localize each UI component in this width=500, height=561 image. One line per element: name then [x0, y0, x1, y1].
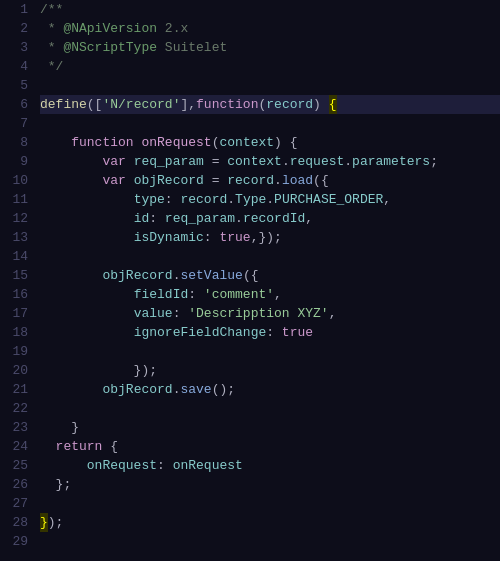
- code-token: .: [227, 190, 235, 209]
- code-token: onRequest: [141, 133, 211, 152]
- ln-19: 19: [6, 342, 28, 361]
- ln-16: 16: [6, 285, 28, 304]
- ln-8: 8: [6, 133, 28, 152]
- code-line-11: type: record.Type.PURCHASE_ORDER,: [40, 190, 500, 209]
- code-token: id: [134, 209, 150, 228]
- code-token: }: [40, 513, 48, 532]
- code-line-3: * @NScriptType Suitelet: [40, 38, 500, 57]
- ln-17: 17: [6, 304, 28, 323]
- ln-23: 23: [6, 418, 28, 437]
- code-token: ) {: [274, 133, 297, 152]
- code-token: function: [196, 95, 258, 114]
- code-token: .: [344, 152, 352, 171]
- ln-2: 2: [6, 19, 28, 38]
- code-token: (: [258, 95, 266, 114]
- code-token: ,: [383, 190, 391, 209]
- code-token: =: [204, 152, 227, 171]
- code-token: );: [48, 513, 64, 532]
- code-token: *: [40, 38, 63, 57]
- code-token: ([: [87, 95, 103, 114]
- code-token: onRequest: [87, 456, 157, 475]
- code-line-23: }: [40, 418, 500, 437]
- code-token: @NScriptType: [63, 38, 157, 57]
- code-token: ,: [329, 304, 337, 323]
- code-line-29: [40, 532, 500, 551]
- code-token: 'comment': [204, 285, 274, 304]
- code-line-13: isDynamic: true,});: [40, 228, 500, 247]
- code-token: var: [102, 152, 125, 171]
- code-token: [40, 133, 71, 152]
- code-token: [40, 266, 102, 285]
- ln-3: 3: [6, 38, 28, 57]
- code-token: ,});: [251, 228, 282, 247]
- code-token: req_param: [165, 209, 235, 228]
- code-token: */: [40, 57, 63, 76]
- code-token: record: [180, 190, 227, 209]
- code-line-6: define(['N/record'],function(record) {: [40, 95, 500, 114]
- code-token: [40, 323, 134, 342]
- code-token: :: [188, 285, 204, 304]
- ln-5: 5: [6, 76, 28, 95]
- code-line-25: onRequest: onRequest: [40, 456, 500, 475]
- ln-24: 24: [6, 437, 28, 456]
- code-token: [126, 171, 134, 190]
- code-content[interactable]: /** * @NApiVersion 2.x * @NScriptType Su…: [36, 0, 500, 561]
- code-token: .: [235, 209, 243, 228]
- ln-29: 29: [6, 532, 28, 551]
- code-token: [40, 209, 134, 228]
- ln-26: 26: [6, 475, 28, 494]
- ln-13: 13: [6, 228, 28, 247]
- code-token: :: [157, 456, 173, 475]
- code-line-4: */: [40, 57, 500, 76]
- code-token: save: [180, 380, 211, 399]
- code-token: 'N/record': [102, 95, 180, 114]
- code-token: ({: [243, 266, 259, 285]
- code-line-27: [40, 494, 500, 513]
- ln-21: 21: [6, 380, 28, 399]
- code-token: {: [329, 95, 337, 114]
- ln-7: 7: [6, 114, 28, 133]
- code-line-12: id: req_param.recordId,: [40, 209, 500, 228]
- code-token: recordId: [243, 209, 305, 228]
- code-token: PURCHASE_ORDER: [274, 190, 383, 209]
- code-line-14: [40, 247, 500, 266]
- code-editor: 1 2 3 4 5 6 7 8 9 10 11 12 13 14 15 16 1…: [0, 0, 500, 561]
- code-token: [126, 152, 134, 171]
- code-line-24: return {: [40, 437, 500, 456]
- code-token: context: [227, 152, 282, 171]
- code-line-9: var req_param = context.request.paramete…: [40, 152, 500, 171]
- code-token: ({: [313, 171, 329, 190]
- code-token: [40, 304, 134, 323]
- code-token: @NApiVersion: [63, 19, 157, 38]
- ln-22: 22: [6, 399, 28, 418]
- code-token: .: [274, 171, 282, 190]
- code-token: [40, 437, 56, 456]
- code-token: [40, 190, 134, 209]
- ln-4: 4: [6, 57, 28, 76]
- code-token: request: [290, 152, 345, 171]
- ln-25: 25: [6, 456, 28, 475]
- ln-28: 28: [6, 513, 28, 532]
- code-token: 2.x: [157, 19, 188, 38]
- code-token: objRecord: [102, 266, 172, 285]
- code-token: :: [165, 190, 181, 209]
- code-token: (: [212, 133, 220, 152]
- code-token: :: [149, 209, 165, 228]
- code-token: type: [134, 190, 165, 209]
- line-numbers: 1 2 3 4 5 6 7 8 9 10 11 12 13 14 15 16 1…: [0, 0, 36, 561]
- code-token: context: [219, 133, 274, 152]
- code-token: };: [40, 475, 71, 494]
- code-token: record: [266, 95, 313, 114]
- ln-14: 14: [6, 247, 28, 266]
- code-token: ): [313, 95, 329, 114]
- code-token: .: [173, 380, 181, 399]
- code-line-28: });: [40, 513, 500, 532]
- code-line-5: [40, 76, 500, 95]
- code-line-15: objRecord.setValue({: [40, 266, 500, 285]
- code-line-1: /**: [40, 0, 500, 19]
- code-token: [40, 456, 87, 475]
- code-token: function: [71, 133, 133, 152]
- code-token: value: [134, 304, 173, 323]
- ln-9: 9: [6, 152, 28, 171]
- code-token: [40, 171, 102, 190]
